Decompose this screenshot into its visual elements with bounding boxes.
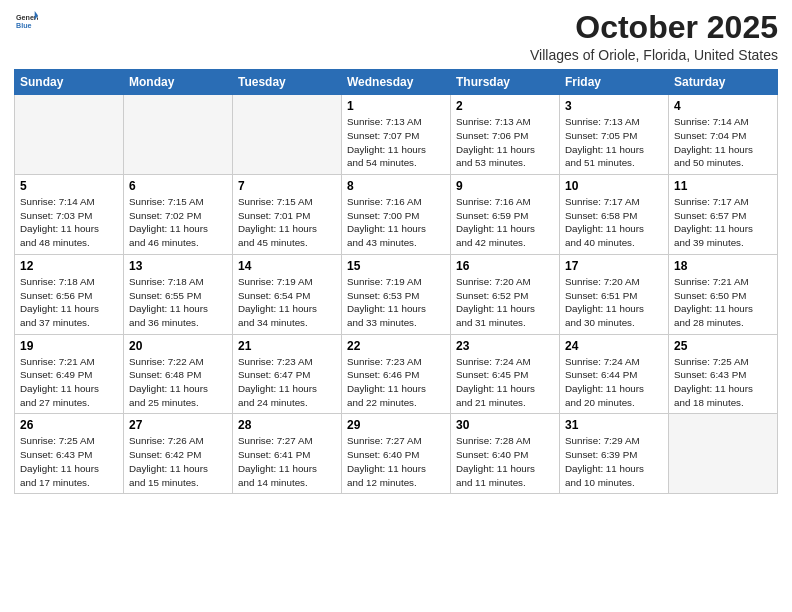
day-info: Sunrise: 7:19 AMSunset: 6:53 PMDaylight:… bbox=[347, 275, 445, 330]
calendar-cell-w0d0 bbox=[15, 95, 124, 175]
day-number: 8 bbox=[347, 179, 445, 193]
header-friday: Friday bbox=[560, 70, 669, 95]
calendar-week-row-0: 1Sunrise: 7:13 AMSunset: 7:07 PMDaylight… bbox=[15, 95, 778, 175]
calendar-cell-w2d0: 12Sunrise: 7:18 AMSunset: 6:56 PMDayligh… bbox=[15, 254, 124, 334]
day-number: 25 bbox=[674, 339, 772, 353]
calendar-cell-w4d6 bbox=[669, 414, 778, 494]
day-number: 24 bbox=[565, 339, 663, 353]
day-info: Sunrise: 7:28 AMSunset: 6:40 PMDaylight:… bbox=[456, 434, 554, 489]
day-info: Sunrise: 7:15 AMSunset: 7:01 PMDaylight:… bbox=[238, 195, 336, 250]
title-block: October 2025 Villages of Oriole, Florida… bbox=[530, 10, 778, 63]
calendar-cell-w1d3: 8Sunrise: 7:16 AMSunset: 7:00 PMDaylight… bbox=[342, 175, 451, 255]
header-wednesday: Wednesday bbox=[342, 70, 451, 95]
day-info: Sunrise: 7:16 AMSunset: 6:59 PMDaylight:… bbox=[456, 195, 554, 250]
calendar-cell-w3d5: 24Sunrise: 7:24 AMSunset: 6:44 PMDayligh… bbox=[560, 334, 669, 414]
day-info: Sunrise: 7:27 AMSunset: 6:41 PMDaylight:… bbox=[238, 434, 336, 489]
day-number: 5 bbox=[20, 179, 118, 193]
day-number: 19 bbox=[20, 339, 118, 353]
calendar-cell-w3d2: 21Sunrise: 7:23 AMSunset: 6:47 PMDayligh… bbox=[233, 334, 342, 414]
day-number: 4 bbox=[674, 99, 772, 113]
day-info: Sunrise: 7:21 AMSunset: 6:50 PMDaylight:… bbox=[674, 275, 772, 330]
day-info: Sunrise: 7:20 AMSunset: 6:52 PMDaylight:… bbox=[456, 275, 554, 330]
day-number: 17 bbox=[565, 259, 663, 273]
calendar-cell-w0d5: 3Sunrise: 7:13 AMSunset: 7:05 PMDaylight… bbox=[560, 95, 669, 175]
calendar-cell-w4d5: 31Sunrise: 7:29 AMSunset: 6:39 PMDayligh… bbox=[560, 414, 669, 494]
day-number: 27 bbox=[129, 418, 227, 432]
calendar-week-row-3: 19Sunrise: 7:21 AMSunset: 6:49 PMDayligh… bbox=[15, 334, 778, 414]
header-saturday: Saturday bbox=[669, 70, 778, 95]
logo: General Blue bbox=[14, 10, 38, 36]
calendar-table: Sunday Monday Tuesday Wednesday Thursday… bbox=[14, 69, 778, 494]
day-info: Sunrise: 7:17 AMSunset: 6:57 PMDaylight:… bbox=[674, 195, 772, 250]
location-title: Villages of Oriole, Florida, United Stat… bbox=[530, 47, 778, 63]
calendar-cell-w4d2: 28Sunrise: 7:27 AMSunset: 6:41 PMDayligh… bbox=[233, 414, 342, 494]
day-info: Sunrise: 7:25 AMSunset: 6:43 PMDaylight:… bbox=[674, 355, 772, 410]
day-number: 6 bbox=[129, 179, 227, 193]
calendar-cell-w4d3: 29Sunrise: 7:27 AMSunset: 6:40 PMDayligh… bbox=[342, 414, 451, 494]
day-number: 7 bbox=[238, 179, 336, 193]
day-info: Sunrise: 7:13 AMSunset: 7:07 PMDaylight:… bbox=[347, 115, 445, 170]
calendar-cell-w3d1: 20Sunrise: 7:22 AMSunset: 6:48 PMDayligh… bbox=[124, 334, 233, 414]
day-number: 20 bbox=[129, 339, 227, 353]
calendar-cell-w1d2: 7Sunrise: 7:15 AMSunset: 7:01 PMDaylight… bbox=[233, 175, 342, 255]
weekday-header-row: Sunday Monday Tuesday Wednesday Thursday… bbox=[15, 70, 778, 95]
calendar-cell-w1d4: 9Sunrise: 7:16 AMSunset: 6:59 PMDaylight… bbox=[451, 175, 560, 255]
day-number: 29 bbox=[347, 418, 445, 432]
day-number: 9 bbox=[456, 179, 554, 193]
calendar-cell-w3d3: 22Sunrise: 7:23 AMSunset: 6:46 PMDayligh… bbox=[342, 334, 451, 414]
calendar-week-row-4: 26Sunrise: 7:25 AMSunset: 6:43 PMDayligh… bbox=[15, 414, 778, 494]
page-container: General Blue October 2025 Villages of Or… bbox=[0, 0, 792, 502]
day-info: Sunrise: 7:19 AMSunset: 6:54 PMDaylight:… bbox=[238, 275, 336, 330]
day-number: 21 bbox=[238, 339, 336, 353]
calendar-cell-w3d0: 19Sunrise: 7:21 AMSunset: 6:49 PMDayligh… bbox=[15, 334, 124, 414]
calendar-cell-w0d2 bbox=[233, 95, 342, 175]
calendar-cell-w2d5: 17Sunrise: 7:20 AMSunset: 6:51 PMDayligh… bbox=[560, 254, 669, 334]
day-info: Sunrise: 7:17 AMSunset: 6:58 PMDaylight:… bbox=[565, 195, 663, 250]
day-info: Sunrise: 7:15 AMSunset: 7:02 PMDaylight:… bbox=[129, 195, 227, 250]
day-number: 12 bbox=[20, 259, 118, 273]
calendar-cell-w2d1: 13Sunrise: 7:18 AMSunset: 6:55 PMDayligh… bbox=[124, 254, 233, 334]
day-number: 22 bbox=[347, 339, 445, 353]
day-number: 3 bbox=[565, 99, 663, 113]
calendar-cell-w2d3: 15Sunrise: 7:19 AMSunset: 6:53 PMDayligh… bbox=[342, 254, 451, 334]
svg-text:Blue: Blue bbox=[16, 22, 32, 30]
day-info: Sunrise: 7:27 AMSunset: 6:40 PMDaylight:… bbox=[347, 434, 445, 489]
day-number: 2 bbox=[456, 99, 554, 113]
header-tuesday: Tuesday bbox=[233, 70, 342, 95]
calendar-cell-w3d6: 25Sunrise: 7:25 AMSunset: 6:43 PMDayligh… bbox=[669, 334, 778, 414]
day-number: 15 bbox=[347, 259, 445, 273]
logo-icon: General Blue bbox=[16, 10, 38, 32]
header-monday: Monday bbox=[124, 70, 233, 95]
day-info: Sunrise: 7:23 AMSunset: 6:46 PMDaylight:… bbox=[347, 355, 445, 410]
day-info: Sunrise: 7:24 AMSunset: 6:44 PMDaylight:… bbox=[565, 355, 663, 410]
day-info: Sunrise: 7:14 AMSunset: 7:04 PMDaylight:… bbox=[674, 115, 772, 170]
calendar-cell-w4d0: 26Sunrise: 7:25 AMSunset: 6:43 PMDayligh… bbox=[15, 414, 124, 494]
calendar-cell-w4d1: 27Sunrise: 7:26 AMSunset: 6:42 PMDayligh… bbox=[124, 414, 233, 494]
calendar-cell-w2d6: 18Sunrise: 7:21 AMSunset: 6:50 PMDayligh… bbox=[669, 254, 778, 334]
calendar-cell-w0d1 bbox=[124, 95, 233, 175]
day-info: Sunrise: 7:18 AMSunset: 6:56 PMDaylight:… bbox=[20, 275, 118, 330]
calendar-cell-w2d4: 16Sunrise: 7:20 AMSunset: 6:52 PMDayligh… bbox=[451, 254, 560, 334]
day-number: 14 bbox=[238, 259, 336, 273]
calendar-cell-w4d4: 30Sunrise: 7:28 AMSunset: 6:40 PMDayligh… bbox=[451, 414, 560, 494]
header-sunday: Sunday bbox=[15, 70, 124, 95]
calendar-cell-w0d3: 1Sunrise: 7:13 AMSunset: 7:07 PMDaylight… bbox=[342, 95, 451, 175]
day-number: 30 bbox=[456, 418, 554, 432]
day-number: 11 bbox=[674, 179, 772, 193]
calendar-week-row-2: 12Sunrise: 7:18 AMSunset: 6:56 PMDayligh… bbox=[15, 254, 778, 334]
day-info: Sunrise: 7:22 AMSunset: 6:48 PMDaylight:… bbox=[129, 355, 227, 410]
day-info: Sunrise: 7:26 AMSunset: 6:42 PMDaylight:… bbox=[129, 434, 227, 489]
day-number: 18 bbox=[674, 259, 772, 273]
calendar-cell-w0d4: 2Sunrise: 7:13 AMSunset: 7:06 PMDaylight… bbox=[451, 95, 560, 175]
day-number: 1 bbox=[347, 99, 445, 113]
day-number: 23 bbox=[456, 339, 554, 353]
day-info: Sunrise: 7:14 AMSunset: 7:03 PMDaylight:… bbox=[20, 195, 118, 250]
calendar-cell-w1d5: 10Sunrise: 7:17 AMSunset: 6:58 PMDayligh… bbox=[560, 175, 669, 255]
day-info: Sunrise: 7:13 AMSunset: 7:06 PMDaylight:… bbox=[456, 115, 554, 170]
day-number: 10 bbox=[565, 179, 663, 193]
day-info: Sunrise: 7:13 AMSunset: 7:05 PMDaylight:… bbox=[565, 115, 663, 170]
calendar-cell-w0d6: 4Sunrise: 7:14 AMSunset: 7:04 PMDaylight… bbox=[669, 95, 778, 175]
calendar-cell-w1d0: 5Sunrise: 7:14 AMSunset: 7:03 PMDaylight… bbox=[15, 175, 124, 255]
day-info: Sunrise: 7:24 AMSunset: 6:45 PMDaylight:… bbox=[456, 355, 554, 410]
day-number: 31 bbox=[565, 418, 663, 432]
